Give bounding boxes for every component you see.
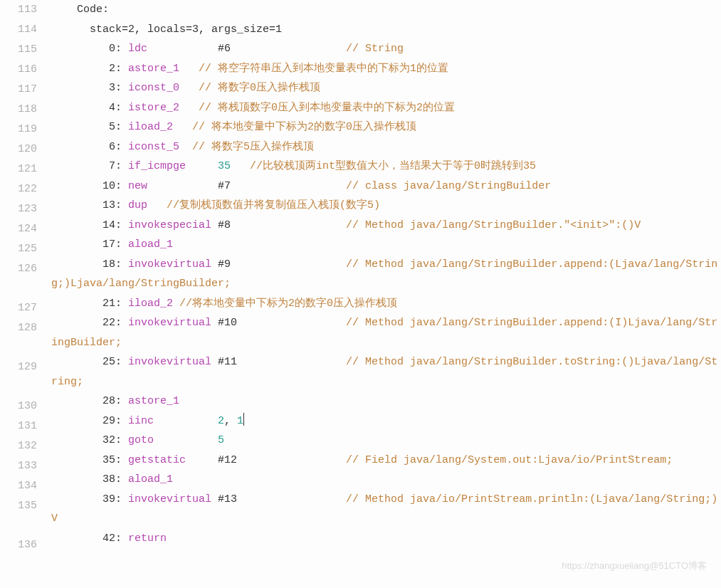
- line-number: 123: [0, 199, 37, 216]
- comment-token: // 将空字符串压入到本地变量表中的下标为1的位置: [199, 63, 448, 75]
- number-token: 35: [218, 160, 231, 172]
- line-number: 117: [0, 80, 37, 100]
- text-token: 6:: [51, 141, 128, 153]
- text-token: 7:: [51, 160, 128, 172]
- text-token: #7: [147, 180, 346, 192]
- code-line: 7: if_icmpge 35 //比较栈顶两int型数值大小，当结果大于等于0…: [51, 157, 720, 177]
- line-number: 119: [0, 120, 37, 140]
- line-number: 121: [0, 159, 37, 179]
- text-token: [179, 102, 199, 114]
- line-number-gutter: 1131141151161171181191201211221231241251…: [0, 0, 43, 216]
- code-line: 2: astore_1 // 将空字符串压入到本地变量表中的下标为1的位置: [51, 59, 720, 79]
- text-token: [186, 160, 218, 172]
- code-line: 6: iconst_5 // 将数字5压入操作栈顶: [51, 137, 720, 157]
- text-token: [179, 82, 199, 94]
- code-line: stack=2, locals=3, args_size=1: [51, 20, 720, 40]
- text-token: [231, 160, 250, 172]
- text-token: [179, 141, 192, 153]
- code-line: 3: iconst_0 // 将数字0压入操作栈顶: [51, 78, 720, 98]
- instruction-token: iload_2: [128, 121, 173, 133]
- comment-token: //复制栈顶数值并将复制值压入栈顶(数字5): [167, 199, 380, 211]
- line-number: 113: [0, 0, 37, 20]
- comment-token: //比较栈顶两int型数值大小，当结果大于等于0时跳转到35: [250, 160, 536, 172]
- code-area[interactable]: Code: stack=2, locals=3, args_size=1 0: …: [51, 0, 720, 216]
- code-line: 4: istore_2 // 将栈顶数字0压入到本地变量表中的下标为2的位置: [51, 98, 720, 118]
- text-token: [147, 199, 167, 211]
- instruction-token: ldc: [128, 43, 147, 55]
- instruction-token: istore_2: [128, 102, 179, 114]
- comment-token: // String: [346, 43, 404, 55]
- code-line: 10: new #7 // class java/lang/StringBuil…: [51, 177, 720, 196]
- instruction-token: astore_1: [128, 63, 179, 75]
- text-token: stack=2, locals=3, args_size=1: [51, 23, 282, 36]
- text-token: 0:: [51, 43, 128, 55]
- text-token: 5:: [51, 121, 128, 133]
- code-line: 0: ldc #6 // String: [51, 39, 720, 59]
- line-number: 120: [0, 140, 37, 159]
- text-token: Code:: [51, 4, 109, 16]
- instruction-token: new: [128, 180, 147, 192]
- instruction-token: if_icmpge: [128, 160, 186, 172]
- code-line: Code:: [51, 0, 720, 20]
- instruction-token: iconst_0: [128, 82, 179, 94]
- line-number: 118: [0, 100, 37, 120]
- instruction-token: iconst_5: [128, 141, 179, 153]
- instruction-token: dup: [128, 199, 147, 211]
- text-token: 2:: [51, 63, 128, 75]
- text-token: #6: [147, 43, 346, 55]
- line-number: 115: [0, 40, 37, 60]
- text-token: 10:: [51, 180, 128, 192]
- text-token: [179, 63, 199, 75]
- comment-token: // 将本地变量中下标为2的数字0压入操作栈顶: [192, 121, 416, 133]
- comment-token: // 将数字0压入操作栈顶: [199, 82, 320, 94]
- code-line: 13: dup //复制栈顶数值并将复制值压入栈顶(数字5): [51, 196, 720, 216]
- text-token: [173, 121, 192, 133]
- line-number: 122: [0, 179, 37, 199]
- code-line: 5: iload_2 // 将本地变量中下标为2的数字0压入操作栈顶: [51, 117, 720, 137]
- line-number: 116: [0, 60, 37, 80]
- text-token: 3:: [51, 82, 128, 94]
- comment-token: // class java/lang/StringBuilder: [346, 180, 551, 192]
- comment-token: // 将数字5压入操作栈顶: [192, 141, 314, 153]
- line-number: 114: [0, 20, 37, 40]
- comment-token: // 将栈顶数字0压入到本地变量表中的下标为2的位置: [199, 102, 455, 114]
- text-token: 13:: [51, 199, 128, 211]
- text-token: 4:: [51, 102, 128, 114]
